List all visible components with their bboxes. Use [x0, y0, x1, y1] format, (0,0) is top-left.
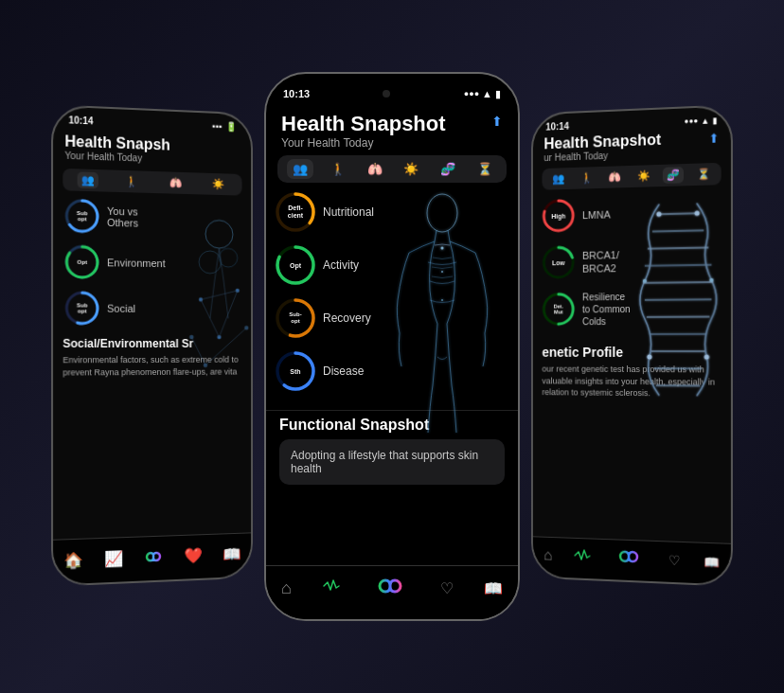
svg-point-0 [205, 220, 233, 248]
svg-line-43 [645, 299, 712, 300]
recovery-label: Recovery [323, 311, 371, 325]
signal-icon: ●●● [464, 89, 479, 98]
center-tab-sun[interactable]: ☀️ [399, 159, 423, 179]
lmna-status: High [551, 212, 565, 219]
center-time: 10:13 [283, 88, 310, 99]
svg-point-24 [427, 194, 457, 232]
svg-line-39 [652, 230, 704, 231]
left-header: Health Snapsh Your Health Today [53, 129, 251, 173]
left-time: 10:14 [68, 115, 93, 126]
svg-line-12 [201, 291, 238, 300]
left-status-icons: ▪▪▪ 🔋 [212, 121, 237, 133]
left-tabs: 👥 🚶 🫁 ☀️ [62, 169, 241, 196]
center-nav-book[interactable]: 📖 [484, 579, 503, 597]
center-nav-home[interactable]: ⌂ [281, 578, 292, 598]
dynamic-island [339, 81, 434, 106]
center-title: Health Snapshot [281, 112, 503, 136]
nutritional-label: Nutritional [323, 205, 374, 219]
right-tab-lungs[interactable]: 🫁 [606, 169, 625, 186]
svg-point-28 [441, 271, 443, 273]
right-tab-genetics[interactable]: 🧬 [663, 167, 684, 184]
resilience-status: Det.Mut [554, 304, 563, 315]
battery-icon: 🔋 [225, 121, 237, 132]
right-content: High LMNA Low BRCA1/BRCA2 [533, 188, 731, 543]
dna-decoration [626, 193, 731, 405]
camera-dot [383, 90, 390, 98]
recovery-status-text: Sub-opt [289, 311, 301, 324]
right-tabs: 👥 🚶 🫁 ☀️ 🧬 ⏳ [542, 163, 721, 190]
left-nav-infinity[interactable] [140, 542, 169, 571]
center-tab-genetics[interactable]: 🧬 [436, 159, 460, 179]
right-nav-heart[interactable]: ♡ [668, 553, 681, 569]
right-nav-infinity[interactable] [613, 545, 647, 571]
right-tab-sun[interactable]: ☀️ [634, 168, 653, 185]
svg-point-13 [189, 335, 193, 339]
right-share-btn[interactable]: ⬆ [708, 131, 719, 146]
share-button[interactable]: ⬆ [491, 114, 503, 129]
metric-activity: Opt Activity [274, 243, 386, 287]
svg-line-11 [219, 291, 237, 337]
wifi-icon-center: ▲ [482, 88, 492, 99]
left-nav-home[interactable]: 🏠 [59, 545, 88, 576]
functional-snapshot-text: Adopting a lifestyle that supports skin … [291, 449, 478, 475]
gene-resilience: Det.Mut Resilienceto CommonColds [541, 290, 636, 328]
right-tab-timer[interactable]: ⏳ [694, 166, 713, 183]
svg-line-3 [215, 248, 220, 281]
svg-line-38 [659, 213, 697, 214]
right-tab-walk[interactable]: 🚶 [578, 169, 596, 186]
youvsothers-label: You vsOthers [107, 205, 138, 229]
center-tabs: 👥 🚶 🫁 ☀️ 🧬 ⏳ [277, 155, 507, 183]
center-tab-people[interactable]: 👥 [287, 159, 313, 179]
brca-label: BRCA1/BRCA2 [582, 248, 619, 275]
people-mesh-decoration [154, 204, 253, 394]
svg-point-2 [219, 248, 237, 267]
social-label: Social [107, 303, 135, 314]
right-nav-book[interactable]: 📖 [704, 554, 719, 569]
right-nav-home[interactable]: ⌂ [543, 547, 552, 564]
resilience-ring: Det.Mut [541, 291, 578, 329]
right-nav-activity[interactable] [574, 548, 591, 565]
right-tab-people[interactable]: 👥 [549, 170, 567, 187]
center-subtitle: Your Health Today [281, 136, 503, 150]
svg-line-16 [191, 337, 205, 365]
battery-icon-center: ▮ [495, 88, 501, 100]
center-tab-lungs[interactable]: 🫁 [363, 159, 387, 179]
activity-label: Activity [323, 258, 359, 272]
left-tab-walk[interactable]: 🚶 [122, 173, 143, 190]
activity-status-text: Opt [290, 262, 301, 269]
svg-point-51 [643, 279, 647, 283]
center-nav-heart[interactable]: ♡ [440, 579, 454, 597]
center-status-bar: 10:13 ●●● ▲ ▮ [266, 74, 518, 106]
phone-left: 10:14 ▪▪▪ 🔋 Health Snapsh Your Health To… [51, 104, 253, 587]
left-content: Subopt You vsOthers Opt Environment [53, 192, 251, 540]
disease-ring-container: Sth [274, 349, 317, 393]
svg-line-10 [201, 299, 219, 337]
social-ring: Subopt [62, 289, 101, 328]
environment-status: Opt [77, 259, 87, 265]
left-nav-activity[interactable]: 📈 [99, 543, 128, 573]
gene-lmna: High LMNA [541, 195, 636, 235]
right-battery: ▮ [712, 116, 717, 125]
brca-ring: Low [541, 243, 578, 281]
phone-right: 10:14 ●●● ▲ ▮ ⬆ Health Snapshot ur Healt… [531, 104, 733, 587]
metric-disease: Sth Disease [274, 349, 386, 393]
svg-line-17 [205, 328, 246, 365]
center-tab-walk[interactable]: 🚶 [326, 159, 350, 179]
gene-brca: Low BRCA1/BRCA2 [541, 242, 636, 281]
left-tab-lungs[interactable]: 🫁 [165, 174, 186, 191]
nutritional-status-text: Defi-cient [288, 204, 303, 219]
center-header-area: ⬆ Health Snapshot Your Health Today [266, 106, 518, 150]
center-nav-infinity[interactable] [370, 574, 410, 602]
left-nav-heart[interactable]: ❤️ [179, 541, 206, 570]
center-nav-activity[interactable] [322, 578, 341, 597]
resilience-label: Resilienceto CommonColds [582, 290, 631, 327]
left-nav-book[interactable]: 📖 [218, 539, 245, 568]
svg-line-40 [648, 248, 709, 249]
youvsothers-ring: Subopt [62, 196, 101, 235]
svg-point-50 [695, 211, 700, 216]
center-tab-timer[interactable]: ⏳ [472, 159, 497, 179]
left-tab-people[interactable]: 👥 [78, 171, 98, 188]
right-wifi: ▲ [701, 116, 709, 126]
human-wireframe [371, 187, 513, 452]
left-tab-sun[interactable]: ☀️ [208, 176, 228, 192]
